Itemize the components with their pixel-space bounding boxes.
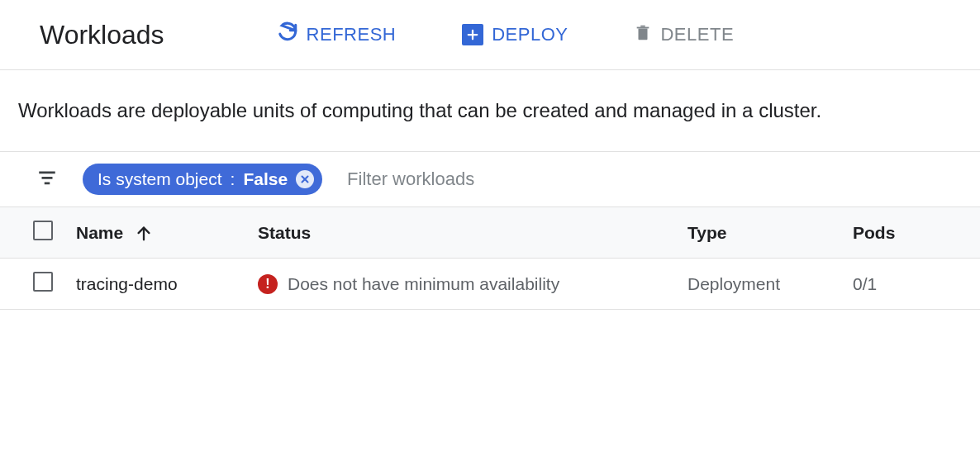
column-header-status[interactable]: Status	[248, 207, 678, 259]
deploy-label: DEPLOY	[492, 24, 568, 45]
filter-chip-value: False	[243, 169, 288, 189]
table-row[interactable]: tracing-demo ! Does not have minimum ava…	[0, 259, 980, 310]
delete-label: DELETE	[660, 24, 734, 45]
filter-input[interactable]	[347, 169, 595, 190]
error-icon: !	[258, 274, 278, 294]
row-checkbox[interactable]	[33, 272, 53, 292]
page-title: Workloads	[40, 20, 164, 50]
status-text: Does not have minimum availability	[288, 274, 559, 294]
filter-icon[interactable]	[36, 167, 58, 192]
workload-type: Deployment	[678, 259, 843, 310]
workload-name[interactable]: tracing-demo	[66, 259, 248, 310]
close-icon[interactable]	[296, 170, 314, 188]
refresh-button[interactable]: REFRESH	[264, 15, 410, 55]
filter-chip-key: Is system object	[98, 169, 222, 189]
column-header-name[interactable]: Name	[66, 207, 248, 259]
deploy-button[interactable]: DEPLOY	[449, 17, 581, 52]
trash-icon	[634, 21, 652, 48]
column-header-pods[interactable]: Pods	[843, 207, 980, 259]
column-header-type[interactable]: Type	[678, 207, 843, 259]
arrow-up-icon	[135, 225, 153, 243]
refresh-icon	[277, 21, 298, 48]
workload-pods: 0/1	[843, 259, 980, 310]
filter-chip[interactable]: Is system object : False	[83, 164, 322, 195]
plus-icon	[462, 24, 483, 45]
workloads-table: Name Status Type Pods tracing-demo ! Doe…	[0, 207, 980, 310]
refresh-label: REFRESH	[307, 24, 397, 45]
delete-button[interactable]: DELETE	[621, 15, 747, 55]
select-all-checkbox[interactable]	[33, 221, 53, 240]
page-description: Workloads are deployable units of comput…	[0, 70, 980, 152]
